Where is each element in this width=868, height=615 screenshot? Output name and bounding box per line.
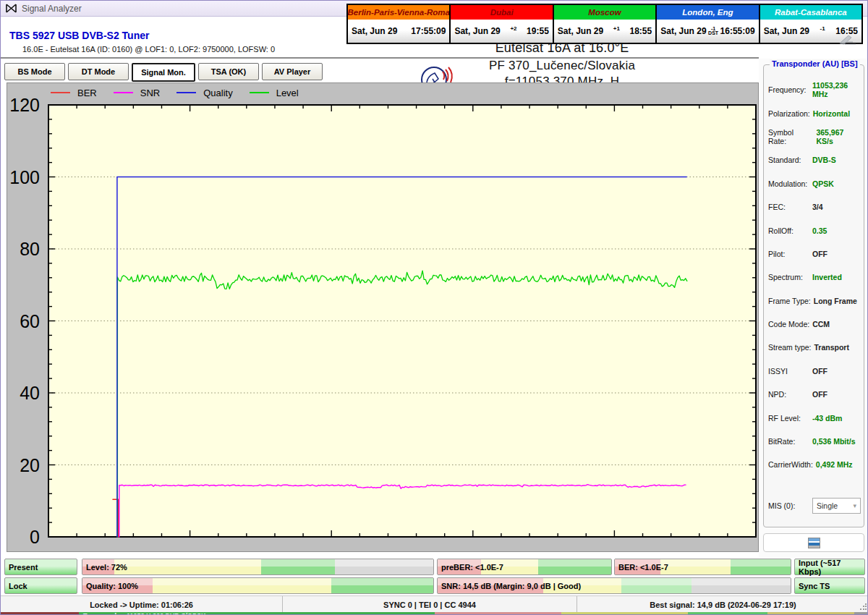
svg-text:120: 120 <box>9 95 40 115</box>
clock-offset: -1DST <box>708 27 718 35</box>
clock-time: Sat, Jun 29+219:55 <box>451 20 552 43</box>
chart-panel: BERSNRQualityLevel 020406080100120 <box>7 82 759 552</box>
transponder-row-label: ISSYI <box>768 367 809 376</box>
ts-list-icon <box>808 538 820 548</box>
present-indicator: Present <box>4 559 77 575</box>
transponder-row-value: Transport <box>814 343 849 352</box>
tab-dt-mode[interactable]: DT Mode <box>68 63 129 80</box>
svg-text:0: 0 <box>30 527 40 547</box>
clock-city-label: Berlin-Paris-Vienna-Roma <box>348 5 449 20</box>
resize-grip[interactable] <box>859 603 867 611</box>
svg-text:40: 40 <box>20 383 40 403</box>
sync-ts-indicator: Sync TS <box>794 577 865 594</box>
transponder-row-label: Modulation: <box>768 179 809 188</box>
transponder-row: Modulation:QPSK <box>768 172 862 195</box>
transponder-row-value: 3/4 <box>812 203 823 211</box>
ber-meter: BER: <1.0E-7 <box>614 559 791 575</box>
clock-time-value: 18:55 <box>630 26 652 36</box>
transponder-row: NPD:OFF <box>768 383 862 406</box>
transponder-row-value: -43 dBm <box>812 414 842 423</box>
transponder-row-label: Polarization: <box>768 109 810 118</box>
transponder-row: Frequency:11053,236 MHz <box>768 78 862 101</box>
transponder-row: Spectrum:Inverted <box>768 266 862 289</box>
transponder-row-label: CarrierWidth: <box>768 460 813 469</box>
clock-london-eng: London, EngSat, Jun 29-1DST16:55:09 <box>657 5 758 43</box>
transponder-title: Transponder (AU) [BS] <box>770 59 860 68</box>
meter-label: Level: 72% <box>86 559 127 574</box>
tab-tsa-ok-[interactable]: TSA (OK) <box>198 63 259 80</box>
transponder-row: CarrierWidth:0,492 MHz <box>768 453 862 476</box>
clock-offset: -1 <box>820 25 825 32</box>
status-sync: SYNC 0 | TEI 0 | CC 4944 <box>283 596 577 613</box>
clock-date: Sat, Jun 29 <box>558 26 603 36</box>
snr-meter: SNR: 14,5 dB (Margin: 9,0 dB | Good) <box>437 577 791 594</box>
transponder-row-label: Standard: <box>768 156 809 164</box>
transponder-row-label: BitRate: <box>768 437 809 446</box>
clock-city-label: London, Eng <box>657 5 758 20</box>
clock-time-value: 19:55 <box>527 26 549 36</box>
mis-value: Single <box>817 501 838 510</box>
transponder-row-value: 0,492 MHz <box>816 460 853 469</box>
clock-offset: +2 <box>510 25 516 32</box>
transponder-row: BitRate:0,536 Mbit/s <box>768 430 862 453</box>
clock-time: Sat, Jun 29-1DST16:55:09 <box>657 20 758 43</box>
transponder-row-label: NPD: <box>768 390 809 399</box>
transponder-row: FEC:3/4 <box>768 195 862 219</box>
transponder-row-value: 0,536 Mbit/s <box>812 437 856 446</box>
signature-icon <box>838 34 857 46</box>
window-title: Signal Analyzer <box>22 4 82 14</box>
tuner-subtitle: 16.0E - Eutelsat 16A (ID: 0160) @ LOF1: … <box>22 45 275 54</box>
transponder-row: Code Mode:CCM <box>768 313 862 336</box>
site-name: PF 370_Lučenec/Slovakia <box>435 59 689 73</box>
status-bar: Locked -> Uptime: 01:06:26 SYNC 0 | TEI … <box>1 595 868 613</box>
antenna-icon <box>6 4 17 13</box>
meter-label: preBER: <1.0E-7 <box>441 559 503 574</box>
ts-list-button[interactable] <box>763 533 864 552</box>
transponder-row-value: 365,967 KS/s <box>816 128 862 145</box>
status-uptime: Locked -> Uptime: 01:06:26 <box>1 596 283 613</box>
transponder-row: ISSYIOFF <box>768 360 862 383</box>
transponder-row-label: Frame Type: <box>768 297 811 305</box>
transponder-row-label: FEC: <box>768 203 809 211</box>
transponder-row-value: OFF <box>812 390 827 399</box>
signal-analyzer-window: Signal Analyzer Berlin-Paris-Vienna-Roma… <box>0 0 868 615</box>
transponder-row-value: Inverted <box>812 273 842 281</box>
transponder-row-label: Pilot: <box>768 250 809 258</box>
transponder-row-label: Frequency: <box>768 85 809 94</box>
clock-dubai: DubaiSat, Jun 29+219:55 <box>451 5 552 43</box>
transponder-row-value: OFF <box>812 250 827 258</box>
clock-city-label: Dubai <box>451 5 552 20</box>
background-window-strip: Transponder: 11053 H 366 DVB-S/QPSK <box>1 612 868 615</box>
world-clocks-panel: Berlin-Paris-Vienna-RomaSat, Jun 2917:55… <box>346 4 863 44</box>
clock-offset: +1 <box>613 25 620 32</box>
transponder-row-label: Code Mode: <box>768 320 809 328</box>
svg-text:80: 80 <box>20 239 40 259</box>
status-best-signal: Best signal: 14,9 dB (2024-06-29 17:19) <box>577 596 868 613</box>
meter-sheen <box>82 559 433 567</box>
transponder-row: Standard:DVB-S <box>768 148 862 171</box>
satellite-name: Eutelsat 16A at 16.0°E <box>435 41 689 56</box>
clock-time-value: 17:55:09 <box>411 26 446 36</box>
tuner-title: TBS 5927 USB DVB-S2 Tuner <box>9 30 149 41</box>
transponder-row: Polarization:Horizontal <box>768 101 862 124</box>
transponder-row: RollOff:0.35 <box>768 219 862 242</box>
meter-label: Quality: 100% <box>86 578 138 593</box>
meter-label: BER: <1.0E-7 <box>618 559 668 574</box>
tab-av-player[interactable]: AV Player <box>262 63 323 80</box>
transponder-row-label: RollOff: <box>768 226 809 235</box>
clock-date: Sat, Jun 29 <box>764 26 809 36</box>
transponder-rows: Frequency:11053,236 MHzPolarization:Hori… <box>768 78 862 477</box>
transponder-row: RF Level:-43 dBm <box>768 406 862 429</box>
tab-signal-mon-[interactable]: Signal Mon. <box>132 63 195 82</box>
transponder-row-value: OFF <box>812 367 827 376</box>
meter-label: SNR: 14,5 dB (Margin: 9,0 dB | Good) <box>441 578 581 593</box>
transponder-row: Pilot:OFF <box>768 242 862 266</box>
transponder-row: Frame Type:Long Frame <box>768 289 862 313</box>
transponder-row-value: Horizontal <box>813 109 850 118</box>
mis-select[interactable]: Single ▾ <box>812 498 861 514</box>
tab-bs-mode[interactable]: BS Mode <box>4 63 65 80</box>
clock-city-label: Rabat-Casablanca <box>760 5 861 20</box>
transponder-panel: Transponder (AU) [BS] Frequency:11053,23… <box>759 59 868 558</box>
transponder-row-label: RF Level: <box>768 414 809 423</box>
signal-chart: 020406080100120 <box>7 83 760 551</box>
